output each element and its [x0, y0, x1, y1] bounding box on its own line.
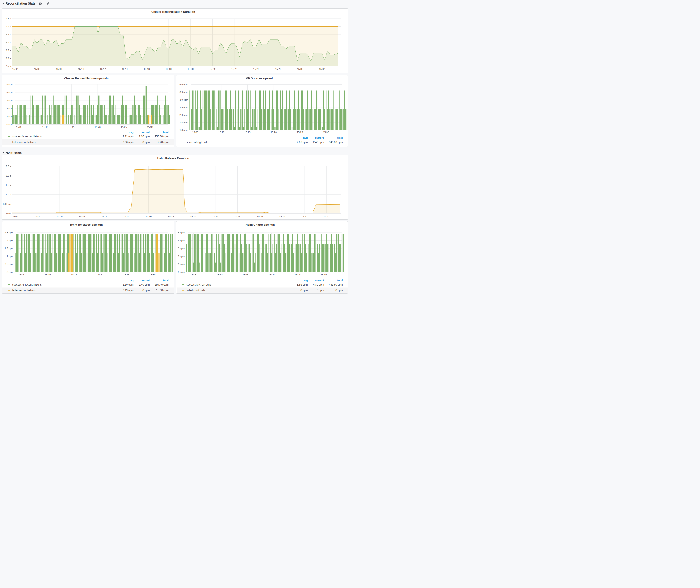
svg-text:1.0 s: 1.0 s [6, 193, 11, 196]
svg-text:total: total [337, 279, 343, 282]
svg-text:1.5 s: 1.5 s [6, 184, 11, 186]
svg-text:15:06: 15:06 [34, 215, 40, 218]
svg-text:9.0 s: 9.0 s [6, 41, 11, 44]
svg-text:15:10: 15:10 [216, 273, 223, 276]
svg-text:15:15: 15:15 [245, 131, 251, 134]
svg-text:4 opm: 4 opm [178, 239, 185, 242]
svg-text:15:30: 15:30 [149, 273, 155, 276]
svg-text:0 opm: 0 opm [142, 289, 150, 292]
svg-text:failed reconciliations: failed reconciliations [12, 289, 35, 292]
svg-text:15:14: 15:14 [123, 215, 129, 218]
svg-text:current: current [315, 279, 324, 282]
svg-text:8.5 s: 8.5 s [6, 49, 11, 52]
svg-text:3.5 opm: 3.5 opm [180, 91, 188, 94]
svg-text:15:15: 15:15 [243, 273, 249, 276]
svg-text:2.5 opm: 2.5 opm [5, 231, 13, 234]
svg-text:15:15: 15:15 [71, 273, 77, 276]
svg-text:avg: avg [303, 279, 308, 282]
svg-text:15:12: 15:12 [101, 215, 107, 218]
svg-text:2.5 s: 2.5 s [6, 165, 11, 168]
svg-text:2 opm: 2 opm [178, 255, 185, 258]
svg-text:15:14: 15:14 [122, 68, 128, 70]
svg-text:2.40 opm: 2.40 opm [313, 141, 324, 144]
svg-text:465.60 opm: 465.60 opm [329, 283, 343, 286]
svg-text:15:20: 15:20 [269, 273, 275, 276]
svg-text:10.0 s: 10.0 s [4, 25, 11, 28]
svg-text:15:12: 15:12 [100, 68, 106, 70]
svg-text:15:30: 15:30 [323, 131, 329, 134]
svg-text:0 opm: 0 opm [142, 141, 150, 144]
svg-text:15:08: 15:08 [56, 215, 63, 218]
svg-text:15:20: 15:20 [190, 215, 196, 218]
svg-text:15:18: 15:18 [168, 215, 174, 218]
svg-text:0 opm: 0 opm [335, 289, 343, 292]
svg-text:7.5 s: 7.5 s [6, 65, 11, 67]
svg-text:2 opm: 2 opm [6, 239, 13, 242]
svg-text:15:30: 15:30 [321, 273, 327, 276]
svg-text:Helm Releases ops/min: Helm Releases ops/min [70, 223, 103, 226]
svg-text:15:16: 15:16 [144, 68, 150, 70]
svg-text:500 ms: 500 ms [3, 203, 11, 205]
svg-text:15:16: 15:16 [145, 215, 152, 218]
svg-text:Helm Release Duration: Helm Release Duration [157, 157, 189, 160]
svg-text:15:28: 15:28 [279, 215, 285, 218]
svg-text:15:24: 15:24 [231, 68, 237, 70]
svg-text:15:04: 15:04 [12, 68, 18, 70]
svg-text:failed reconciliations: failed reconciliations [12, 141, 35, 144]
svg-text:4.80 opm: 4.80 opm [313, 283, 324, 286]
svg-text:avg: avg [303, 136, 308, 139]
svg-text:15:22: 15:22 [212, 215, 218, 218]
svg-text:avg: avg [129, 131, 133, 134]
svg-text:15:32: 15:32 [319, 68, 325, 70]
svg-text:successful chart pulls: successful chart pulls [187, 283, 211, 286]
svg-text:15:25: 15:25 [123, 273, 129, 276]
svg-text:15:30: 15:30 [297, 68, 303, 70]
svg-text:15.60 opm: 15.60 opm [156, 289, 168, 292]
svg-text:15:05: 15:05 [18, 273, 24, 276]
svg-text:15:10: 15:10 [45, 273, 51, 276]
svg-text:15:30: 15:30 [301, 215, 307, 218]
svg-text:Helm Charts ops/min: Helm Charts ops/min [246, 223, 275, 226]
svg-text:2.12 opm: 2.12 opm [123, 135, 133, 138]
svg-text:successful git pulls: successful git pulls [187, 141, 208, 144]
svg-text:15:30: 15:30 [147, 126, 153, 128]
svg-text:15:10: 15:10 [218, 131, 224, 134]
svg-text:15:20: 15:20 [97, 273, 103, 276]
svg-text:1.0 opm: 1.0 opm [180, 129, 188, 131]
svg-text:2.40 opm: 2.40 opm [139, 283, 150, 286]
svg-text:15:08: 15:08 [56, 68, 62, 70]
svg-text:total: total [163, 131, 168, 134]
svg-text:10.5 s: 10.5 s [4, 17, 11, 20]
svg-text:Cluster Reconciliation Duratio: Cluster Reconciliation Duration [151, 10, 195, 13]
svg-text:15:10: 15:10 [42, 126, 48, 128]
svg-text:15:10: 15:10 [79, 215, 85, 218]
svg-text:0.5 opm: 0.5 opm [5, 263, 13, 265]
svg-text:3 opm: 3 opm [178, 247, 185, 250]
svg-text:15:26: 15:26 [257, 215, 263, 218]
svg-text:0 opm: 0 opm [178, 271, 185, 273]
svg-text:1 opm: 1 opm [6, 115, 13, 118]
svg-text:0 opm: 0 opm [6, 123, 13, 126]
svg-text:0.06 opm: 0.06 opm [123, 141, 133, 144]
svg-text:15:28: 15:28 [275, 68, 281, 70]
svg-text:0 opm: 0 opm [6, 271, 13, 273]
svg-text:5 opm: 5 opm [178, 231, 185, 234]
svg-text:9.5 s: 9.5 s [6, 33, 11, 36]
svg-text:15:20: 15:20 [95, 126, 101, 128]
svg-text:2.5 opm: 2.5 opm [180, 106, 188, 109]
svg-text:3 opm: 3 opm [6, 99, 13, 102]
svg-text:1.20 opm: 1.20 opm [139, 135, 150, 138]
svg-text:15:05: 15:05 [192, 131, 198, 134]
svg-text:avg: avg [129, 279, 133, 282]
svg-text:346.80 opm: 346.80 opm [329, 141, 343, 144]
svg-text:3.0 opm: 3.0 opm [180, 99, 188, 101]
svg-text:2.87 opm: 2.87 opm [297, 141, 308, 144]
svg-text:15:20: 15:20 [271, 131, 277, 134]
svg-text:1.5 opm: 1.5 opm [180, 121, 188, 124]
svg-text:15:24: 15:24 [234, 215, 240, 218]
svg-text:15:05: 15:05 [16, 126, 22, 128]
svg-text:0 ns: 0 ns [6, 212, 11, 215]
svg-text:successful reconciliations: successful reconciliations [12, 283, 41, 286]
svg-text:4.0 opm: 4.0 opm [180, 83, 188, 86]
svg-text:Cluster Reconciliations ops/mi: Cluster Reconciliations ops/min [64, 77, 109, 80]
